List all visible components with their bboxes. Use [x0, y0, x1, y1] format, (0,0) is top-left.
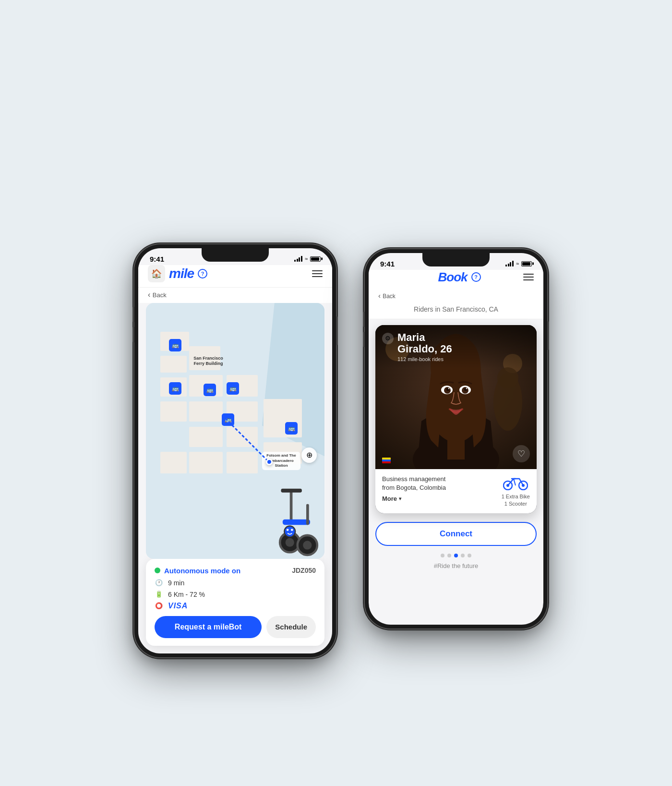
battery-icon-2	[521, 261, 532, 266]
distance-value: 6 Km - 72 %	[168, 591, 205, 598]
svg-line-0	[225, 418, 268, 461]
profile-name-row: ⚙ Maria Giraldo, 26 112 mile-book rides	[382, 332, 530, 362]
status-time-2: 9:41	[380, 260, 395, 268]
auto-mode-row: Autonomous mode on JDZ050	[155, 567, 316, 575]
phone-2-shell: 9:41 ≈ Book ?	[365, 249, 547, 629]
bio-text: Business management from Bogota, Colombi…	[382, 475, 502, 492]
book-logo-area: Book ?	[438, 270, 481, 285]
book-logo: Book	[438, 270, 468, 285]
mile-app: 9:41 ≈ 🏠 mile ?	[138, 248, 332, 653]
cta-row: Request a mileBot Schedule	[155, 616, 316, 638]
svg-point-10	[287, 529, 289, 531]
chevron-down-icon: ▾	[399, 496, 401, 501]
distance-row: 🔋 6 Km - 72 %	[155, 590, 316, 599]
svg-point-6	[286, 538, 294, 546]
book-header: Book ?	[369, 270, 543, 290]
status-time-1: 9:41	[150, 255, 164, 263]
profile-rides: 112 mile-book rides	[397, 356, 530, 362]
home-icon[interactable]: 🏠	[148, 265, 165, 282]
status-icons-2: ≈	[505, 261, 532, 266]
signal-icon-1	[294, 256, 302, 262]
payment-row: ⭕ VISA	[155, 602, 316, 610]
back-nav-1[interactable]: Back	[138, 288, 332, 303]
notch-2	[422, 253, 490, 266]
mile-header: 🏠 mile ?	[138, 265, 332, 288]
wifi-icon-2: ≈	[516, 261, 519, 266]
phone-2-screen: 9:41 ≈ Book ?	[369, 253, 543, 625]
svg-point-8	[303, 541, 312, 549]
dot-4	[461, 554, 465, 557]
phones-container: 9:41 ≈ 🏠 mile ?	[120, 129, 552, 657]
map-area[interactable]: San Francisco Ferry Building 🚌 🚌 🚌 🚌 🚌 🚌	[146, 303, 324, 559]
svg-rect-2	[281, 488, 301, 492]
profile-card: ⚙ Maria Giraldo, 26 112 mile-book rides	[375, 325, 537, 514]
mile-logo-area: 🏠 mile ?	[148, 265, 207, 282]
bottom-panel: Autonomous mode on JDZ050 🕐 9 min 🔋 6 Km…	[146, 559, 324, 646]
profile-photo: ⚙ Maria Giraldo, 26 112 mile-book rides	[375, 325, 537, 469]
svg-point-17	[497, 367, 518, 388]
battery-icon-1	[310, 256, 321, 262]
dot-5	[468, 554, 471, 557]
schedule-button[interactable]: Schedule	[266, 616, 316, 638]
wifi-icon-1: ≈	[305, 256, 308, 262]
location-pin	[266, 459, 273, 465]
colombia-flag	[382, 458, 391, 463]
svg-point-28	[466, 387, 468, 389]
connect-button[interactable]: Connect	[375, 522, 537, 546]
svg-point-11	[291, 529, 293, 531]
scooter-text: 1 Scooter	[502, 500, 530, 508]
vehicle-counts: 1 Extra Bike 1 Scooter	[502, 493, 530, 508]
plate-badge: JDZ050	[292, 567, 316, 574]
phone-1-shell: 9:41 ≈ 🏠 mile ?	[134, 244, 336, 657]
svg-point-9	[284, 526, 295, 537]
vehicle-info: 1 Extra Bike 1 Scooter	[502, 475, 530, 508]
bike-icon	[503, 475, 528, 490]
help-badge-1[interactable]: ?	[198, 269, 207, 278]
menu-icon-1[interactable]	[312, 270, 323, 277]
time-value: 9 min	[168, 579, 184, 587]
menu-icon-2[interactable]	[523, 274, 534, 280]
svg-rect-3	[283, 519, 310, 524]
help-badge-2[interactable]: ?	[471, 272, 481, 282]
more-button[interactable]: More ▾	[382, 495, 401, 502]
svg-point-27	[448, 387, 450, 389]
notch-1	[202, 248, 269, 262]
gear-icon[interactable]: ⚙	[382, 333, 394, 344]
book-app: 9:41 ≈ Book ?	[369, 253, 543, 625]
green-status-dot	[155, 568, 160, 573]
dot-2	[447, 554, 451, 557]
request-milebot-button[interactable]: Request a mileBot	[155, 616, 262, 638]
auto-mode-text: Autonomous mode on	[164, 567, 240, 575]
auto-mode-left: Autonomous mode on	[155, 567, 240, 575]
profile-bio: Business management from Bogota, Colombi…	[382, 475, 502, 502]
phone-1-screen: 9:41 ≈ 🏠 mile ?	[138, 248, 332, 653]
profile-name: Maria Giraldo, 26	[397, 332, 530, 355]
status-icons-1: ≈	[294, 256, 321, 262]
profile-name-info: Maria Giraldo, 26 112 mile-book rides	[397, 332, 530, 362]
heart-button[interactable]: ♡	[513, 445, 530, 462]
svg-rect-1	[290, 490, 293, 520]
time-row: 🕐 9 min	[155, 579, 316, 587]
clock-icon: 🕐	[155, 579, 163, 587]
mile-logo: mile	[169, 266, 194, 281]
svg-rect-4	[306, 504, 309, 524]
extra-bike-text: 1 Extra Bike	[502, 493, 530, 500]
flag-area	[382, 458, 391, 463]
battery-level-icon: 🔋	[155, 590, 163, 599]
tagline: #Ride the future	[369, 560, 543, 574]
profile-bottom: Business management from Bogota, Colombi…	[375, 469, 537, 514]
book-back-nav[interactable]: Back	[369, 290, 543, 302]
visa-text: VISA	[168, 602, 188, 610]
dot-3-active	[454, 554, 458, 557]
profile-overlay: ⚙ Maria Giraldo, 26 112 mile-book rides	[375, 325, 537, 369]
riders-subtitle: Riders in San Francisco, CA	[369, 302, 543, 319]
signal-icon-2	[505, 261, 514, 266]
scooter-image	[252, 482, 324, 559]
pagination-dots	[369, 551, 543, 560]
dot-1	[441, 554, 444, 557]
circle-icon: ⭕	[155, 602, 163, 610]
